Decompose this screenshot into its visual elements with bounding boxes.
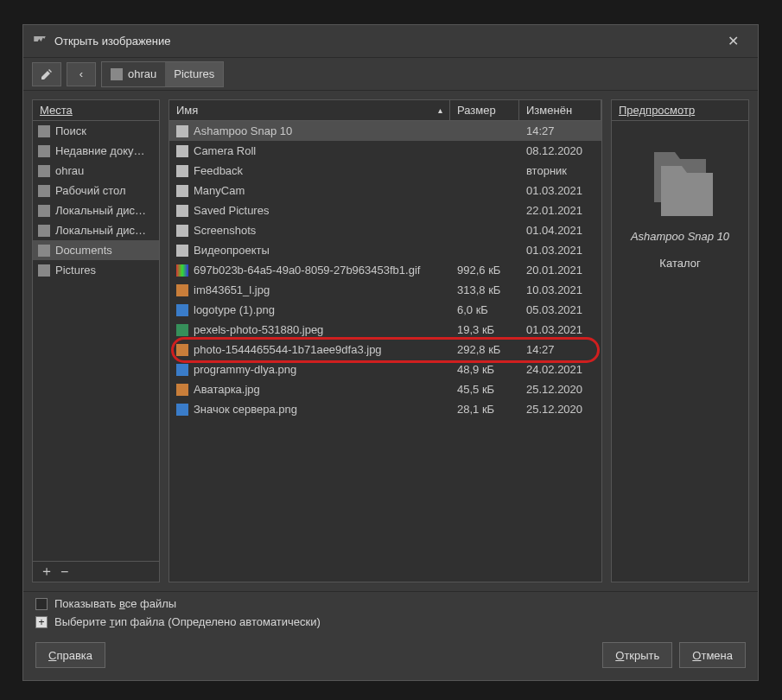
- places-item[interactable]: Рабочий стол: [33, 181, 159, 200]
- file-icon: [176, 364, 188, 376]
- cancel-button[interactable]: Отмена: [679, 642, 746, 668]
- column-size[interactable]: Размер: [450, 100, 519, 120]
- places-item[interactable]: Локальный дис…: [33, 200, 159, 220]
- file-type-expander[interactable]: + Выберите тип файла (Определено автомат…: [35, 615, 746, 628]
- column-name[interactable]: Имя ▴: [169, 100, 450, 120]
- show-all-files-label: Показывать все файлы: [54, 597, 176, 610]
- options-area: Показывать все файлы + Выберите тип файл…: [23, 591, 758, 633]
- file-icon: [176, 324, 188, 336]
- dialog-footer: Справка Открыть Отмена: [23, 633, 758, 680]
- recent-icon: [38, 145, 50, 157]
- search-icon: [38, 125, 50, 137]
- folder-icon: [176, 225, 188, 237]
- file-row[interactable]: Screenshots01.04.2021: [169, 220, 601, 240]
- folder-icon: [176, 145, 188, 157]
- folder-icon: [176, 125, 188, 137]
- dialog-title: Открыть изображение: [54, 35, 716, 48]
- folder-icon: [176, 245, 188, 257]
- places-item[interactable]: Поиск: [33, 121, 159, 141]
- sort-asc-icon: ▴: [438, 105, 442, 115]
- open-button[interactable]: Открыть: [602, 642, 672, 668]
- path-bar: ‹ ohrauPictures: [23, 58, 758, 91]
- title-bar: Открыть изображение ✕: [23, 25, 758, 58]
- remove-place-button[interactable]: −: [60, 564, 68, 580]
- show-all-files-option[interactable]: Показывать все файлы: [35, 597, 746, 610]
- places-item[interactable]: Локальный дис…: [33, 220, 159, 240]
- folder-icon: [111, 68, 123, 80]
- file-list-header[interactable]: Имя ▴ Размер Изменён: [169, 100, 601, 121]
- file-row[interactable]: ManyCam01.03.2021: [169, 181, 601, 200]
- file-row[interactable]: programmy-dlya.png48,9 кБ24.02.2021: [169, 360, 601, 379]
- places-panel: Места ПоискНедавние доку…ohrauРабочий ст…: [32, 99, 160, 582]
- file-row[interactable]: Ashampoo Snap 1014:27: [169, 121, 601, 141]
- close-button[interactable]: ✕: [716, 25, 749, 58]
- folder-icon: [38, 264, 50, 277]
- folder-icon: [176, 185, 188, 197]
- file-row[interactable]: im843651_l.jpg313,8 кБ10.03.2021: [169, 280, 601, 300]
- places-list: ПоискНедавние доку…ohrauРабочий столЛока…: [33, 121, 159, 280]
- breadcrumb: ohrauPictures: [101, 61, 224, 87]
- disk-icon: [38, 205, 50, 217]
- folder-icon: [38, 245, 50, 257]
- file-row[interactable]: Видеопроекты01.03.2021: [169, 240, 601, 260]
- help-button[interactable]: Справка: [35, 642, 105, 668]
- file-list-panel: Имя ▴ Размер Изменён Ashampoo Snap 1014:…: [168, 99, 602, 582]
- file-row[interactable]: Значок сервера.png28,1 кБ25.12.2020: [169, 399, 601, 419]
- file-row[interactable]: Saved Pictures22.01.2021: [169, 200, 601, 220]
- preview-item-type: Каталог: [659, 257, 700, 270]
- file-type-label: Выберите тип файла (Определено автоматич…: [54, 615, 321, 628]
- file-row[interactable]: 697b023b-64a5-49a0-8059-27b963453fb1.gif…: [169, 260, 601, 280]
- file-row[interactable]: pexels-photo-531880.jpeg19,3 кБ01.03.202…: [169, 320, 601, 340]
- preview-panel: Предпросмотр Ashampoo Snap 10 Каталог: [611, 99, 749, 582]
- file-row[interactable]: Camera Roll08.12.2020: [169, 141, 601, 161]
- folder-icon: [176, 205, 188, 217]
- file-row[interactable]: logotype (1).png6,0 кБ05.03.2021: [169, 300, 601, 320]
- file-icon: [176, 284, 188, 296]
- checkbox-icon[interactable]: [35, 598, 48, 610]
- places-item[interactable]: ohrau: [33, 161, 159, 181]
- path-text-toggle[interactable]: [32, 62, 61, 86]
- file-icon: [176, 304, 188, 316]
- file-row[interactable]: Аватарка.jpg45,5 кБ25.12.2020: [169, 379, 601, 399]
- places-item[interactable]: Documents: [33, 240, 159, 260]
- column-modified[interactable]: Изменён: [519, 100, 601, 120]
- file-icon: [176, 344, 188, 356]
- expand-icon[interactable]: +: [35, 616, 48, 628]
- file-icon: [176, 264, 188, 277]
- file-icon: [176, 384, 188, 396]
- breadcrumb-segment[interactable]: ohrau: [102, 62, 165, 86]
- file-row[interactable]: photo-1544465544-1b71aee9dfa3.jpg292,8 к…: [169, 340, 601, 360]
- file-icon: [176, 404, 188, 416]
- file-list-body[interactable]: Ashampoo Snap 1014:27Camera Roll08.12.20…: [169, 121, 601, 582]
- folder-icon: [176, 165, 188, 177]
- dialog-body: Места ПоискНедавние доку…ohrauРабочий ст…: [23, 91, 758, 591]
- breadcrumb-segment[interactable]: Pictures: [165, 62, 223, 86]
- places-item[interactable]: Недавние доку…: [33, 141, 159, 161]
- edit-icon: [40, 67, 54, 81]
- add-place-button[interactable]: ＋: [40, 563, 54, 581]
- folder-icon: [38, 165, 50, 177]
- places-item[interactable]: Pictures: [33, 260, 159, 280]
- folder-thumbnail-icon: [637, 137, 723, 223]
- file-row[interactable]: Feedbackвторник: [169, 161, 601, 181]
- preview-item-name: Ashampoo Snap 10: [631, 230, 729, 243]
- places-header: Места: [33, 100, 159, 121]
- preview-header: Предпросмотр: [612, 100, 748, 121]
- places-footer: ＋ −: [33, 561, 159, 582]
- app-icon: [32, 34, 48, 49]
- disk-icon: [38, 225, 50, 237]
- desktop-icon: [38, 185, 50, 197]
- back-button[interactable]: ‹: [67, 62, 96, 86]
- open-file-dialog: Открыть изображение ✕ ‹ ohrauPictures Ме…: [22, 24, 759, 681]
